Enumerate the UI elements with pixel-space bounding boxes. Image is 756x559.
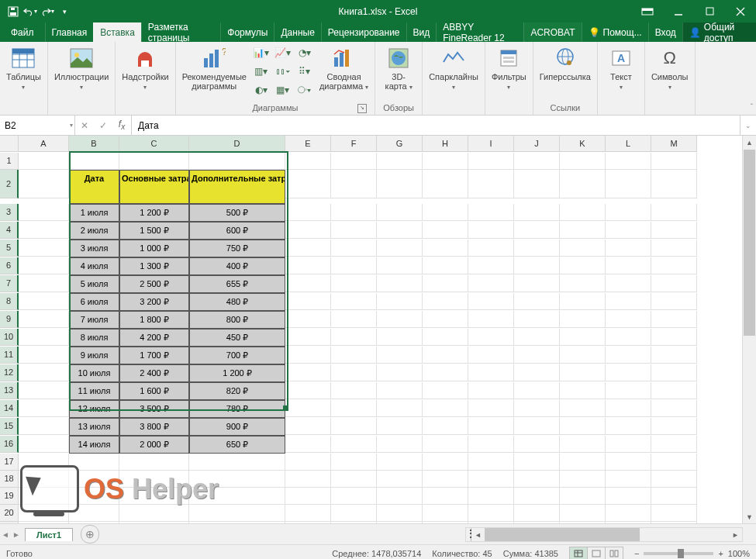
cell[interactable] [377, 382, 423, 399]
cell[interactable] [514, 436, 560, 453]
cell[interactable] [651, 275, 697, 292]
cell[interactable]: 1 200 ₽ [189, 364, 285, 382]
cell[interactable] [423, 153, 468, 170]
row-header[interactable]: 2 [0, 170, 19, 198]
cell[interactable] [331, 311, 377, 328]
cell[interactable] [19, 364, 69, 381]
zoom-in-icon[interactable]: + [718, 549, 723, 558]
cell[interactable] [285, 240, 331, 257]
cell[interactable] [285, 170, 331, 198]
cell[interactable] [606, 436, 651, 453]
cell[interactable] [285, 488, 331, 505]
bar-chart-icon[interactable]: 📊▾ [251, 44, 271, 61]
cell[interactable] [560, 153, 606, 170]
col-header[interactable]: K [560, 136, 606, 152]
zoom-out-icon[interactable]: − [634, 549, 639, 558]
cell[interactable]: 820 ₽ [189, 382, 285, 400]
cell[interactable] [377, 454, 423, 471]
cell[interactable]: 1 500 ₽ [119, 222, 189, 240]
cell[interactable] [468, 505, 514, 522]
cell[interactable] [560, 222, 606, 239]
row-header[interactable]: 8 [0, 293, 19, 310]
row-header[interactable]: 13 [0, 382, 19, 399]
zoom-level[interactable]: 100% [728, 549, 750, 558]
col-header[interactable]: D [189, 136, 285, 153]
cell[interactable] [377, 400, 423, 417]
cell[interactable] [651, 329, 697, 346]
cell[interactable] [19, 400, 69, 417]
cell[interactable] [514, 471, 560, 488]
line-chart-icon[interactable]: 📈▾ [273, 44, 293, 61]
cell[interactable] [606, 153, 651, 170]
page-break-view-icon[interactable] [606, 547, 623, 559]
cell[interactable]: 1 200 ₽ [119, 204, 189, 222]
tab-file[interactable]: Файл [0, 22, 45, 42]
cell[interactable]: 6 июля [69, 293, 119, 311]
cell[interactable] [377, 204, 423, 221]
surface-icon[interactable]: ▦▾ [273, 81, 293, 98]
tab-acrobat[interactable]: ACROBAT [523, 22, 581, 42]
cell[interactable] [331, 400, 377, 417]
cell[interactable] [651, 347, 697, 364]
save-icon[interactable] [6, 5, 20, 19]
row-header[interactable]: 14 [0, 400, 19, 417]
cell[interactable] [423, 471, 468, 488]
cell[interactable] [651, 257, 697, 274]
cell[interactable] [514, 347, 560, 364]
cell[interactable] [119, 488, 189, 505]
3d-map-button[interactable]: 3D- карта ▾ [381, 44, 416, 92]
cell[interactable] [331, 170, 377, 198]
cell[interactable] [285, 436, 331, 453]
cell[interactable]: Дата [69, 170, 119, 204]
cell[interactable] [331, 257, 377, 274]
normal-view-icon[interactable] [570, 547, 588, 559]
cell[interactable] [285, 293, 331, 310]
cell[interactable] [377, 275, 423, 292]
cell[interactable] [423, 275, 468, 292]
cell[interactable] [606, 454, 651, 471]
cell[interactable] [285, 257, 331, 274]
cell[interactable] [468, 400, 514, 417]
cell[interactable] [560, 329, 606, 346]
row-header[interactable]: 6 [0, 257, 19, 274]
tell-me[interactable]: 💡Помощ... [582, 22, 648, 42]
cell[interactable] [606, 275, 651, 292]
scroll-right-icon[interactable]: ► [729, 528, 742, 541]
cell[interactable] [468, 257, 514, 274]
page-layout-view-icon[interactable] [588, 547, 606, 559]
cell[interactable] [423, 311, 468, 328]
cell[interactable] [377, 347, 423, 364]
cell[interactable] [285, 471, 331, 488]
cell[interactable] [514, 222, 560, 239]
cell[interactable] [377, 471, 423, 488]
tab-insert[interactable]: Вставка [93, 22, 141, 42]
formula-input[interactable] [136, 119, 735, 132]
col-header[interactable]: F [331, 136, 377, 152]
undo-icon[interactable]: ▾ [23, 5, 37, 19]
cell[interactable] [285, 454, 331, 471]
cell[interactable] [468, 488, 514, 505]
cell[interactable] [468, 275, 514, 292]
col-header[interactable]: E [285, 136, 331, 152]
cell[interactable] [468, 382, 514, 399]
cell[interactable] [606, 488, 651, 505]
cell[interactable] [651, 454, 697, 471]
cell[interactable] [189, 454, 285, 471]
col-header[interactable]: I [468, 136, 514, 152]
col-header[interactable]: J [514, 136, 560, 152]
cell[interactable] [285, 329, 331, 346]
cell[interactable] [19, 293, 69, 310]
cell[interactable] [514, 257, 560, 274]
tab-home[interactable]: Главная [45, 22, 94, 42]
cell[interactable] [69, 488, 119, 505]
cell[interactable] [560, 240, 606, 257]
cell[interactable] [119, 505, 189, 522]
pie-chart-icon[interactable]: ◔▾ [295, 44, 315, 61]
collapse-ribbon-icon[interactable]: ˆ [751, 103, 753, 112]
cell[interactable] [560, 382, 606, 399]
cell[interactable]: 500 ₽ [189, 204, 285, 222]
cell[interactable] [514, 170, 560, 198]
cell[interactable]: 10 июля [69, 364, 119, 382]
cell[interactable] [377, 293, 423, 310]
cell[interactable] [651, 382, 697, 399]
